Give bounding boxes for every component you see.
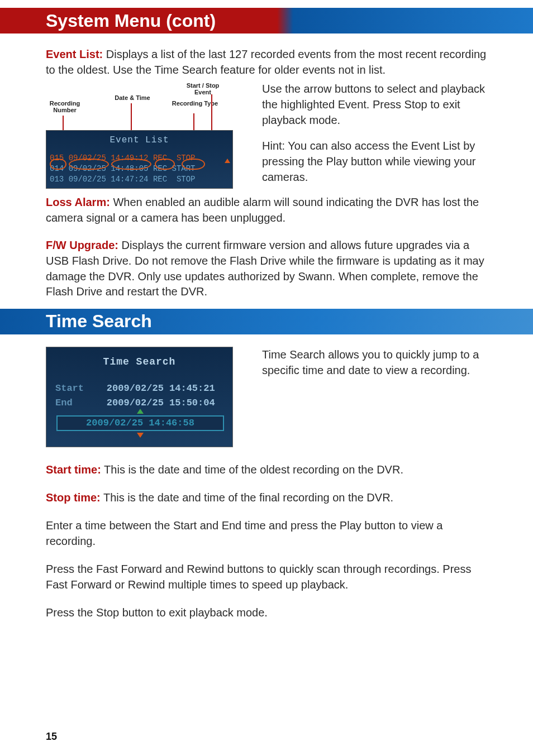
loss-alarm-paragraph: Loss Alarm: When enabled an audible alar… bbox=[46, 195, 487, 226]
fw-upgrade-paragraph: F/W Upgrade: Displays the current firmwa… bbox=[46, 238, 487, 299]
enter-time-paragraph: Enter a time between the Start and End t… bbox=[46, 518, 487, 549]
highlight-oval-icon bbox=[69, 159, 109, 170]
start-time-text: This is the date and time of the oldest … bbox=[101, 463, 403, 476]
ts-end-value: 2009/02/25 15:50:04 bbox=[107, 398, 215, 408]
label-date-time: Date & Time bbox=[107, 94, 158, 101]
stop-time-label: Stop time: bbox=[46, 491, 101, 504]
highlight-oval-icon bbox=[182, 159, 205, 170]
event-list-screen: Event List 015 09/02/25 14:49:12 REC STO… bbox=[46, 130, 233, 189]
ts-start-label: Start bbox=[55, 383, 84, 394]
event-list-screen-title: Event List bbox=[46, 134, 232, 146]
loss-alarm-label: Loss Alarm: bbox=[46, 196, 110, 208]
start-time-label: Start time: bbox=[46, 463, 101, 476]
event-list-text: Displays a list of the last 127 recorded… bbox=[46, 48, 486, 76]
event-list-paragraph: Event List: Displays a list of the last … bbox=[46, 47, 487, 78]
stop-paragraph: Press the Stop button to exit playback m… bbox=[46, 605, 487, 620]
ts-start-value: 2009/02/25 14:45:21 bbox=[107, 383, 215, 394]
event-side-p2: Hint: You can also access the Event List… bbox=[262, 138, 487, 185]
label-start-stop-event: Start / Stop Event bbox=[178, 82, 228, 95]
label-recording-type: Recording Type bbox=[170, 100, 220, 107]
section-heading-1: System Menu (cont) bbox=[46, 11, 216, 31]
section-heading-band-2: Time Search bbox=[0, 309, 533, 334]
arrow-up-green-icon bbox=[137, 409, 144, 414]
start-time-paragraph: Start time: This is the date and time of… bbox=[46, 462, 487, 477]
stop-time-text: This is the date and time of the final r… bbox=[101, 491, 393, 504]
section-heading-band: System Menu (cont) bbox=[0, 8, 533, 34]
section-heading-2: Time Search bbox=[46, 311, 152, 332]
highlight-oval-icon bbox=[111, 159, 151, 170]
arrow-up-icon bbox=[225, 159, 230, 163]
page-number: 15 bbox=[46, 731, 57, 743]
time-search-side-text: Time Search allows you to quickly jump t… bbox=[262, 347, 487, 378]
event-list-figure: Recording Number Date & Time Start / Sto… bbox=[46, 81, 233, 189]
stop-time-paragraph: Stop time: This is the date and time of … bbox=[46, 490, 487, 505]
time-search-title: Time Search bbox=[46, 355, 232, 369]
time-search-screen: Time Search Start 2009/02/25 14:45:21 En… bbox=[46, 347, 233, 447]
highlight-oval-icon bbox=[50, 159, 66, 170]
loss-alarm-text: When enabled an audible alarm will sound… bbox=[46, 196, 479, 224]
label-recording-number: Recording Number bbox=[42, 100, 87, 113]
event-row: 013 09/02/25 14:47:24 REC STOP bbox=[46, 174, 232, 185]
highlight-oval-icon bbox=[155, 159, 175, 170]
ts-end-label: End bbox=[55, 398, 73, 408]
event-list-label: Event List: bbox=[46, 48, 103, 60]
fw-upgrade-label: F/W Upgrade: bbox=[46, 239, 118, 251]
fast-forward-paragraph: Press the Fast Forward and Rewind button… bbox=[46, 561, 487, 592]
time-search-input[interactable]: 2009/02/25 14:46:58 bbox=[56, 415, 224, 431]
event-side-p1: Use the arrow buttons to select and play… bbox=[262, 81, 487, 128]
arrow-down-orange-icon bbox=[137, 433, 144, 438]
